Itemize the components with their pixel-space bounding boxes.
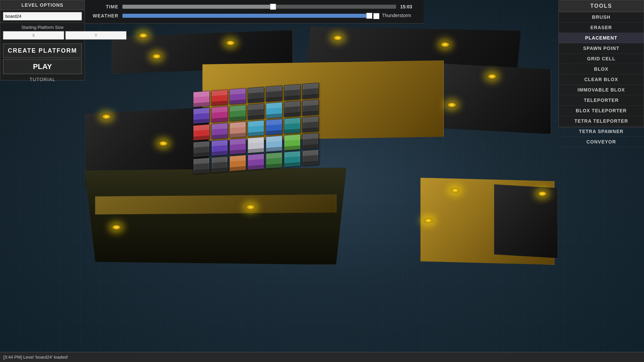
y-input[interactable] [65, 31, 126, 40]
lamp-br1 [450, 188, 460, 193]
time-fill [122, 5, 273, 9]
weather-value: Thunderstorm [373, 13, 417, 19]
tool-item-tetra-teleporter[interactable]: TETRA TELEPORTER [559, 116, 644, 126]
time-row: TIME 15:03 [92, 4, 417, 9]
lamp-rm2 [447, 102, 457, 108]
lamp-tl2 [226, 40, 235, 46]
left-panel: LEVEL OPTIONS Starting Platform Size CRE… [0, 0, 85, 80]
lamp-tr1 [333, 35, 342, 41]
game-canvas [0, 0, 644, 362]
block-cb-green [266, 152, 282, 169]
platform-right-mid [444, 64, 551, 134]
x-input[interactable] [3, 31, 64, 40]
tool-item-grid-cell[interactable]: GRID CELL [559, 54, 644, 64]
time-thumb[interactable] [270, 4, 276, 10]
lamp-tl3 [152, 54, 161, 59]
level-name-row [0, 10, 85, 23]
lamp-tl1 [139, 33, 148, 38]
tutorial-button[interactable]: TUTORIAL [3, 75, 82, 83]
lamp-tr2 [440, 42, 450, 47]
play-button[interactable]: PLAY [3, 59, 82, 74]
block-cb-dark [302, 133, 319, 149]
platform-size-label: Starting Platform Size [0, 23, 85, 31]
tool-item-immovable-blox[interactable]: IMMOVABLE BLOX [559, 85, 644, 95]
platform-bottom-left [85, 168, 346, 265]
weather-text: Thunderstorm [382, 13, 411, 18]
tool-item-clear-blox[interactable]: CLEAR BLOX [559, 74, 644, 85]
weather-row: WEATHER Thunderstorm [92, 13, 417, 19]
block-cb-teal [284, 151, 301, 167]
block-cb-white [248, 137, 264, 153]
tools-title: TOOLS [559, 0, 644, 12]
platform-bottom-left-strip [95, 194, 336, 215]
tool-item-tetra-spawner[interactable]: TETRA SPAWNER [559, 126, 644, 137]
time-label: TIME [92, 4, 118, 9]
tools-list: BRUSHERASERPLACEMENTSPAWN POINTGRID CELL… [559, 12, 644, 147]
tool-item-spawn-point[interactable]: SPAWN POINT [559, 43, 644, 54]
block-cb-purple [229, 138, 246, 155]
level-name-input[interactable] [3, 12, 82, 20]
tool-item-teleporter[interactable]: TELEPORTER [559, 95, 644, 106]
block-cb-dark [302, 149, 319, 166]
weather-label: WEATHER [92, 13, 118, 18]
tool-item-placement[interactable]: PLACEMENT [559, 33, 644, 43]
block-cb-purple [248, 154, 264, 170]
level-options-title: LEVEL OPTIONS [0, 0, 85, 10]
tool-item-eraser[interactable]: ERASER [559, 22, 644, 33]
weather-thumb[interactable] [366, 13, 372, 19]
block-cb-dark [211, 156, 228, 173]
create-platform-button[interactable]: CREATE PLATFORM [3, 44, 82, 58]
status-bar: [3:44 PM] Level 'board24' loaded! [0, 352, 644, 362]
status-text: [3:44 PM] Level 'board24' loaded! [3, 355, 68, 360]
tool-item-conveyor[interactable]: CONVEYOR [559, 137, 644, 147]
weather-color-box [373, 13, 379, 19]
block-cb-dark [302, 116, 319, 132]
right-panel: TOOLS BRUSHERASERPLACEMENTSPAWN POINTGRI… [558, 0, 644, 127]
lamp-br3 [538, 191, 547, 196]
block-cb-lightblue [266, 135, 282, 152]
lamp-lm1 [102, 114, 111, 119]
block-cb-orange [229, 155, 246, 171]
weather-fill [122, 14, 369, 18]
tool-item-blox-teleporter[interactable]: BLOX TELEPORTER [559, 106, 644, 116]
lamp-bl1 [246, 204, 255, 210]
tool-item-blox[interactable]: BLOX [559, 64, 644, 74]
platform-far-right [494, 184, 558, 258]
xy-row [0, 31, 85, 42]
tool-item-brush[interactable]: BRUSH [559, 12, 644, 22]
lamp-br2 [424, 218, 433, 223]
time-value: 15:03 [400, 4, 417, 9]
weather-slider[interactable] [122, 14, 369, 18]
game-scene [85, 23, 558, 349]
lamp-rm1 [487, 74, 497, 79]
time-slider[interactable] [122, 5, 396, 9]
lamp-bl2 [112, 225, 121, 230]
top-bar: TIME 15:03 WEATHER Thunderstorm [85, 0, 424, 23]
lamp-lm2 [159, 141, 168, 146]
inner-scene [85, 23, 558, 349]
block-cb-lime [284, 134, 301, 150]
